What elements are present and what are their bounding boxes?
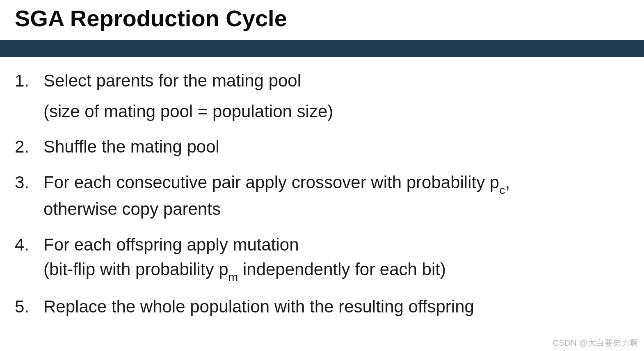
step-1-line-1: Select parents for the mating pool xyxy=(43,71,301,90)
step-4-line-2-post: independently for each bit) xyxy=(238,260,446,279)
step-2-text: Shuffle the mating pool xyxy=(43,137,219,156)
step-4: For each offspring apply mutation (bit-f… xyxy=(15,233,629,283)
step-3-subscript-c: c xyxy=(499,183,505,196)
step-5-text: Replace the whole population with the re… xyxy=(43,297,474,316)
step-3-line-2: otherwise copy parents xyxy=(43,198,629,221)
step-1-line-2: (size of mating pool = population size) xyxy=(43,100,629,123)
slide-content: Select parents for the mating pool (size… xyxy=(0,57,644,319)
watermark-text: CSDN @大白要努力啊 xyxy=(553,337,638,349)
step-2: Shuffle the mating pool xyxy=(15,135,629,159)
steps-list: Select parents for the mating pool (size… xyxy=(15,69,629,319)
step-3-line-1-pre: For each consecutive pair apply crossove… xyxy=(43,173,499,192)
step-4-line-1: For each offspring apply mutation xyxy=(43,235,299,254)
step-4-line-2-pre: (bit-flip with probability p xyxy=(43,260,228,279)
step-3: For each consecutive pair apply crossove… xyxy=(15,171,629,221)
title-divider-bar xyxy=(0,40,644,57)
step-1: Select parents for the mating pool (size… xyxy=(15,69,629,123)
step-3-line-1-post: , xyxy=(505,173,510,192)
step-4-subscript-m: m xyxy=(228,270,238,283)
slide-title: SGA Reproduction Cycle xyxy=(0,0,644,40)
step-5: Replace the whole population with the re… xyxy=(15,295,629,319)
step-4-line-2: (bit-flip with probability pm independen… xyxy=(43,258,629,283)
